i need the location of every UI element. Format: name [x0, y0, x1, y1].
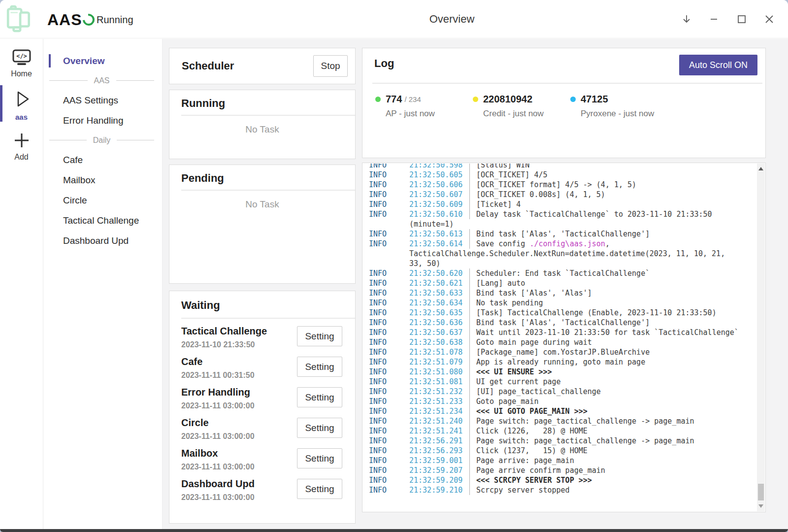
setting-button[interactable]: Setting — [297, 357, 342, 377]
log-level: INFO — [369, 456, 409, 466]
log-level: INFO — [369, 239, 409, 249]
setting-button[interactable]: Setting — [297, 326, 342, 346]
setting-button[interactable]: Setting — [297, 387, 342, 407]
log-message: Bind task ['Alas', 'TacticalChallenge'] — [469, 318, 650, 328]
pending-title: Pending — [181, 172, 355, 185]
sidebar-item-tactical-challenge[interactable]: Tactical Challenge — [44, 210, 162, 231]
log-message: Click (1237, 15) @ HOME — [469, 446, 588, 456]
stat-top: 774/ 234 — [375, 94, 473, 105]
sidebar-item-overview[interactable]: Overview — [44, 51, 162, 71]
divider-line — [49, 140, 87, 140]
sidebar-item-aas-settings[interactable]: AAS Settings — [44, 90, 162, 110]
log-row: INFO21:32:59.209<<< SCRCPY SERVER STOP >… — [369, 475, 757, 485]
log-timestamp: 21:32:50.606 — [409, 180, 469, 190]
log-message: [UI] page_tactical_challenge — [469, 387, 601, 397]
waiting-card: Waiting Tactical Challenge2023-11-10 21:… — [169, 291, 356, 524]
log-row: INFO21:32:59.001Page arrive: page_main — [369, 456, 757, 466]
log-row: INFO21:32:51.234<<< UI GOTO PAGE_MAIN >>… — [369, 406, 757, 416]
log-row: INFO21:32:59.210Scrcpy server stopped — [369, 485, 757, 495]
indent-spacer — [369, 219, 409, 229]
rail-item-home[interactable]: </> Home — [0, 39, 43, 78]
log-level: INFO — [369, 200, 409, 209]
log-row: INFO21:32:50.605[OCR_TICKET] 4/5 — [369, 170, 757, 180]
sidebar-item-circle[interactable]: Circle — [44, 190, 162, 210]
log-row: INFO21:32:50.598[Status] WIN — [369, 164, 757, 170]
download-icon — [681, 13, 692, 25]
sidebar-item-dashboard-upd[interactable]: Dashboard Upd — [44, 231, 162, 251]
log-timestamp: 21:32:50.637 — [409, 328, 469, 337]
setting-button[interactable]: Setting — [297, 448, 342, 468]
stat-dot-icon — [570, 97, 576, 102]
rail-item-aas[interactable]: aas — [0, 78, 43, 121]
log-message: Scheduler: End task `TacticalChallenge` — [469, 268, 650, 278]
sidebar-item-mailbox[interactable]: Mailbox — [44, 170, 162, 190]
waiting-item-tactical-challenge: Tactical Challenge2023-11-10 21:33:50Set… — [169, 324, 355, 354]
log-level: INFO — [369, 337, 409, 347]
app-window: AAS Running Overview </> — [0, 0, 788, 532]
nav-section-aas: AAS — [44, 71, 162, 90]
log-message: Wait until 2023-11-10 21:33:50 for task … — [469, 328, 739, 337]
waiting-task-time: 2023-11-11 03:00:00 — [181, 463, 255, 471]
waiting-task-time: 2023-11-10 21:33:50 — [181, 340, 255, 349]
rail-item-add[interactable]: Add — [0, 121, 43, 162]
log-row: INFO21:32:50.620Scheduler: End task `Tac… — [369, 268, 757, 278]
log-output[interactable]: INFO21:32:50.598[Status] WININFO21:32:50… — [369, 164, 757, 511]
sidebar-item-label: AAS Settings — [63, 95, 118, 106]
scroll-down-arrow-icon[interactable] — [758, 504, 763, 508]
waiting-task-time: 2023-11-11 03:00:00 — [181, 401, 255, 410]
stat-label: Pyroxene - just now — [581, 109, 668, 119]
log-card: Log Auto Scroll ON 774/ 234AP - just now… — [362, 48, 766, 158]
stat-label: Credit - just now — [483, 109, 570, 119]
stop-button[interactable]: Stop — [313, 55, 348, 77]
close-button[interactable] — [759, 9, 779, 29]
sidebar-item-cafe[interactable]: Cafe — [44, 150, 162, 170]
minimize-button[interactable] — [704, 9, 724, 29]
log-level: INFO — [369, 426, 409, 436]
log-level: INFO — [369, 485, 409, 495]
setting-button[interactable]: Setting — [297, 479, 342, 499]
waiting-item-cafe: Cafe2023-11-11 00:31:50Setting — [169, 354, 355, 385]
running-title: Running — [181, 97, 355, 110]
maximize-button[interactable] — [732, 9, 752, 29]
log-message: Goto page_main — [469, 397, 538, 406]
setting-button[interactable]: Setting — [297, 418, 342, 438]
log-message: [OCR_TICKET format] 4/5 -> (4, 1, 5) — [469, 180, 636, 190]
log-scrollbar[interactable] — [757, 164, 765, 511]
close-icon — [763, 13, 775, 25]
log-message: <<< UI ENSURE >>> — [469, 367, 552, 377]
log-level: INFO — [369, 466, 409, 475]
scheduler-title: Scheduler — [182, 60, 313, 72]
log-timestamp: 21:32:59.207 — [409, 466, 469, 475]
indent-spacer — [369, 249, 409, 259]
stat-suffix: / 234 — [404, 95, 421, 103]
update-download-button[interactable] — [677, 9, 696, 29]
scroll-up-arrow-icon[interactable] — [758, 167, 763, 170]
log-row: INFO21:32:59.207Page arrive confirm page… — [369, 466, 757, 475]
log-level: INFO — [369, 357, 409, 367]
log-row: INFO21:32:51.232[UI] page_tactical_chall… — [369, 387, 757, 397]
log-row: INFO21:32:50.636Bind task ['Alas', 'Tact… — [369, 318, 757, 328]
stat-value: 47125 — [581, 94, 608, 105]
sidebar-item-label: Cafe — [63, 155, 83, 166]
scroll-thumb[interactable] — [758, 484, 764, 500]
waiting-task-name: Error Handling — [181, 387, 250, 398]
log-level: INFO — [369, 328, 409, 337]
log-message: Scrcpy server stopped — [469, 485, 570, 495]
log-timestamp: 21:32:59.209 — [409, 475, 469, 485]
auto-scroll-toggle-button[interactable]: Auto Scroll ON — [679, 55, 757, 75]
log-message: Bind task ['Alas', 'Alas'] — [469, 288, 592, 298]
log-row: INFO21:32:50.607[OCR_TICKET 0.008s] (4, … — [369, 190, 757, 200]
log-row: INFO21:32:56.291Page switch: page_tactic… — [369, 436, 757, 446]
active-indicator — [49, 54, 51, 67]
sidebar-item-label: Error Handling — [63, 115, 124, 126]
log-level: INFO — [369, 298, 409, 308]
log-row: INFO21:32:50.614Save config ./config\aas… — [369, 239, 757, 249]
sidebar-item-error-handling[interactable]: Error Handling — [44, 110, 162, 131]
log-timestamp: 21:32:50.635 — [409, 308, 469, 318]
stat-dot-icon — [375, 97, 381, 102]
log-message: App is already running, goto main page — [469, 357, 645, 367]
log-message: <<< UI GOTO PAGE_MAIN >>> — [469, 406, 588, 416]
log-timestamp: 21:32:50.636 — [409, 318, 469, 328]
running-empty-text: No Task — [169, 124, 355, 135]
log-level: INFO — [369, 180, 409, 190]
